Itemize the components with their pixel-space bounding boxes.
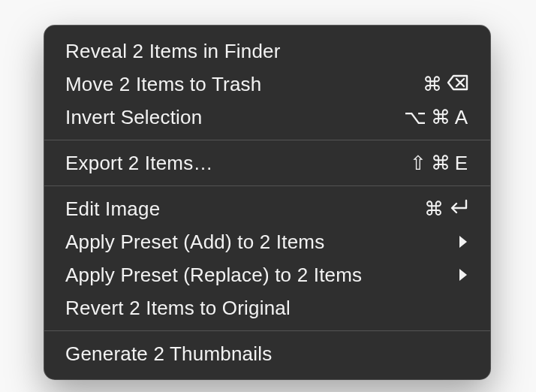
submenu-indicator [457,267,469,282]
menu-item-label: Edit Image [65,196,409,222]
cmd-glyph: ⌘ [431,153,452,173]
menu-item-apply-preset-replace[interactable]: Apply Preset (Replace) to 2 Items [44,258,490,291]
menu-divider [44,140,490,140]
cmd-glyph: ⌘ [424,199,445,219]
menu-item-label: Revert 2 Items to Original [65,295,469,321]
option-glyph: ⌥ [404,107,428,127]
shift-glyph: ⇧ [410,153,428,173]
shortcut-key: A [455,107,469,127]
menu-item-move-to-trash[interactable]: Move 2 Items to Trash ⌘ [44,68,490,101]
menu-item-label: Invert Selection [65,104,389,130]
menu-item-label: Apply Preset (Add) to 2 Items [65,229,442,255]
menu-item-label: Generate 2 Thumbnails [65,341,469,366]
menu-item-apply-preset-add[interactable]: Apply Preset (Add) to 2 Items [44,225,490,258]
submenu-indicator [457,234,469,249]
shortcut-key: E [455,153,469,173]
menu-section: Export 2 Items… ⇧ ⌘ E [44,143,490,182]
menu-divider [44,185,490,186]
menu-item-label: Reveal 2 Items in Finder [65,38,469,64]
menu-item-edit-image[interactable]: Edit Image ⌘ [44,192,490,225]
cmd-glyph: ⌘ [423,74,444,94]
menu-item-invert-selection[interactable]: Invert Selection ⌥ ⌘ A [44,101,490,134]
context-menu: Reveal 2 Items in Finder Move 2 Items to… [44,26,490,379]
menu-item-label: Move 2 Items to Trash [65,71,408,97]
menu-divider [44,330,490,331]
menu-item-label: Export 2 Items… [65,150,395,176]
chevron-right-icon [457,234,469,249]
menu-item-shortcut: ⇧ ⌘ E [410,153,469,173]
menu-item-label: Apply Preset (Replace) to 2 Items [65,262,442,288]
chevron-right-icon [457,267,469,282]
menu-section: Generate 2 Thumbnails [44,334,490,373]
menu-item-shortcut: ⌘ [423,74,469,94]
menu-item-reveal-in-finder[interactable]: Reveal 2 Items in Finder [44,35,490,68]
menu-item-shortcut: ⌘ [424,199,469,219]
menu-section: Reveal 2 Items in Finder Move 2 Items to… [44,32,490,137]
menu-item-shortcut: ⌥ ⌘ A [404,107,469,127]
menu-section: Edit Image ⌘ Apply Preset (Add) to 2 Ite… [44,189,490,327]
menu-item-export-items[interactable]: Export 2 Items… ⇧ ⌘ E [44,146,490,179]
delete-icon [447,74,469,94]
menu-item-generate-thumbnails[interactable]: Generate 2 Thumbnails [44,337,490,370]
cmd-glyph: ⌘ [431,107,452,127]
menu-item-revert-to-original[interactable]: Revert 2 Items to Original [44,291,490,324]
return-icon [448,199,469,219]
